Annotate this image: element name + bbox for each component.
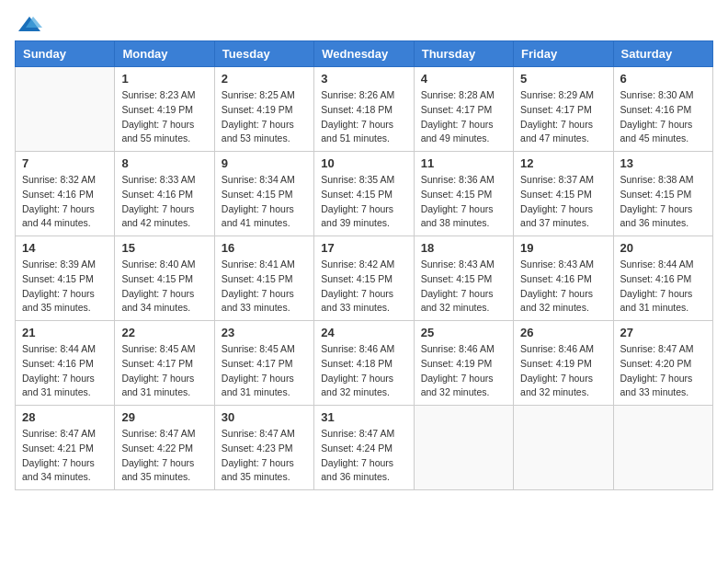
calendar-day-cell: 17Sunrise: 8:42 AM Sunset: 4:15 PM Dayli… — [314, 236, 414, 321]
calendar-week-row: 14Sunrise: 8:39 AM Sunset: 4:15 PM Dayli… — [16, 236, 713, 321]
day-detail: Sunrise: 8:28 AM Sunset: 4:17 PM Dayligh… — [421, 88, 506, 146]
calendar-day-cell: 6Sunrise: 8:30 AM Sunset: 4:16 PM Daylig… — [613, 67, 712, 152]
day-detail: Sunrise: 8:26 AM Sunset: 4:18 PM Dayligh… — [321, 88, 406, 146]
day-detail: Sunrise: 8:30 AM Sunset: 4:16 PM Dayligh… — [620, 88, 706, 146]
calendar-day-cell: 1Sunrise: 8:23 AM Sunset: 4:19 PM Daylig… — [115, 67, 214, 152]
calendar-day-cell: 2Sunrise: 8:25 AM Sunset: 4:19 PM Daylig… — [214, 67, 313, 152]
day-number: 28 — [22, 410, 108, 424]
calendar-week-row: 7Sunrise: 8:32 AM Sunset: 4:16 PM Daylig… — [16, 152, 713, 236]
calendar-day-cell — [414, 406, 513, 490]
day-number: 30 — [222, 410, 307, 424]
calendar-day-cell: 11Sunrise: 8:36 AM Sunset: 4:15 PM Dayli… — [414, 152, 513, 236]
logo-icon — [17, 15, 42, 33]
day-detail: Sunrise: 8:43 AM Sunset: 4:15 PM Dayligh… — [421, 258, 506, 316]
day-detail: Sunrise: 8:45 AM Sunset: 4:17 PM Dayligh… — [222, 342, 307, 400]
day-number: 25 — [421, 326, 506, 339]
calendar-day-cell: 18Sunrise: 8:43 AM Sunset: 4:15 PM Dayli… — [414, 236, 513, 321]
day-detail: Sunrise: 8:47 AM Sunset: 4:24 PM Dayligh… — [321, 427, 406, 485]
day-number: 26 — [520, 326, 606, 339]
calendar-day-cell: 31Sunrise: 8:47 AM Sunset: 4:24 PM Dayli… — [314, 406, 414, 490]
day-number: 20 — [620, 241, 706, 255]
day-number: 8 — [121, 156, 207, 170]
day-detail: Sunrise: 8:47 AM Sunset: 4:21 PM Dayligh… — [22, 427, 108, 485]
day-detail: Sunrise: 8:46 AM Sunset: 4:18 PM Dayligh… — [321, 342, 406, 400]
day-number: 3 — [321, 72, 406, 86]
page-header — [15, 15, 713, 33]
day-number: 10 — [321, 156, 406, 170]
day-detail: Sunrise: 8:34 AM Sunset: 4:15 PM Dayligh… — [222, 173, 307, 231]
day-detail: Sunrise: 8:40 AM Sunset: 4:15 PM Dayligh… — [121, 258, 207, 316]
calendar-day-cell — [613, 406, 712, 490]
calendar-day-cell: 3Sunrise: 8:26 AM Sunset: 4:18 PM Daylig… — [314, 67, 414, 152]
day-detail: Sunrise: 8:46 AM Sunset: 4:19 PM Dayligh… — [421, 342, 506, 400]
day-detail: Sunrise: 8:23 AM Sunset: 4:19 PM Dayligh… — [121, 88, 207, 146]
calendar-day-cell: 14Sunrise: 8:39 AM Sunset: 4:15 PM Dayli… — [16, 236, 115, 321]
day-number: 1 — [121, 72, 207, 86]
weekday-header: Saturday — [613, 41, 712, 67]
weekday-header: Monday — [115, 41, 214, 67]
day-detail: Sunrise: 8:33 AM Sunset: 4:16 PM Dayligh… — [121, 173, 207, 231]
day-number: 9 — [222, 156, 307, 170]
day-number: 22 — [121, 326, 207, 339]
day-detail: Sunrise: 8:45 AM Sunset: 4:17 PM Dayligh… — [121, 342, 207, 400]
calendar-day-cell: 26Sunrise: 8:46 AM Sunset: 4:19 PM Dayli… — [514, 321, 613, 406]
calendar-day-cell: 21Sunrise: 8:44 AM Sunset: 4:16 PM Dayli… — [16, 321, 115, 406]
day-detail: Sunrise: 8:44 AM Sunset: 4:16 PM Dayligh… — [22, 342, 108, 400]
day-detail: Sunrise: 8:47 AM Sunset: 4:20 PM Dayligh… — [620, 342, 706, 400]
day-number: 31 — [321, 410, 406, 424]
day-detail: Sunrise: 8:43 AM Sunset: 4:16 PM Dayligh… — [520, 258, 606, 316]
calendar-week-row: 28Sunrise: 8:47 AM Sunset: 4:21 PM Dayli… — [16, 406, 713, 490]
calendar-day-cell — [514, 406, 613, 490]
day-number: 2 — [222, 72, 307, 86]
calendar-table: SundayMondayTuesdayWednesdayThursdayFrid… — [15, 40, 713, 490]
calendar-day-cell — [16, 67, 115, 152]
day-number: 24 — [321, 326, 406, 339]
calendar-day-cell: 22Sunrise: 8:45 AM Sunset: 4:17 PM Dayli… — [115, 321, 214, 406]
day-number: 27 — [620, 326, 706, 339]
calendar-header-row: SundayMondayTuesdayWednesdayThursdayFrid… — [16, 41, 713, 67]
day-detail: Sunrise: 8:47 AM Sunset: 4:23 PM Dayligh… — [222, 427, 307, 485]
calendar-day-cell: 27Sunrise: 8:47 AM Sunset: 4:20 PM Dayli… — [613, 321, 712, 406]
weekday-header: Thursday — [414, 41, 513, 67]
weekday-header: Wednesday — [314, 41, 414, 67]
day-detail: Sunrise: 8:32 AM Sunset: 4:16 PM Dayligh… — [22, 173, 108, 231]
calendar-week-row: 1Sunrise: 8:23 AM Sunset: 4:19 PM Daylig… — [16, 67, 713, 152]
day-detail: Sunrise: 8:42 AM Sunset: 4:15 PM Dayligh… — [321, 258, 406, 316]
day-detail: Sunrise: 8:41 AM Sunset: 4:15 PM Dayligh… — [222, 258, 307, 316]
day-number: 11 — [421, 156, 506, 170]
day-detail: Sunrise: 8:39 AM Sunset: 4:15 PM Dayligh… — [22, 258, 108, 316]
calendar-day-cell: 10Sunrise: 8:35 AM Sunset: 4:15 PM Dayli… — [314, 152, 414, 236]
day-detail: Sunrise: 8:38 AM Sunset: 4:15 PM Dayligh… — [620, 173, 706, 231]
calendar-day-cell: 24Sunrise: 8:46 AM Sunset: 4:18 PM Dayli… — [314, 321, 414, 406]
logo — [15, 15, 42, 33]
calendar-day-cell: 8Sunrise: 8:33 AM Sunset: 4:16 PM Daylig… — [115, 152, 214, 236]
day-number: 21 — [22, 326, 108, 339]
day-number: 17 — [321, 241, 406, 255]
calendar-day-cell: 16Sunrise: 8:41 AM Sunset: 4:15 PM Dayli… — [214, 236, 313, 321]
calendar-day-cell: 29Sunrise: 8:47 AM Sunset: 4:22 PM Dayli… — [115, 406, 214, 490]
day-number: 18 — [421, 241, 506, 255]
day-number: 12 — [520, 156, 606, 170]
calendar-day-cell: 15Sunrise: 8:40 AM Sunset: 4:15 PM Dayli… — [115, 236, 214, 321]
calendar-day-cell: 9Sunrise: 8:34 AM Sunset: 4:15 PM Daylig… — [214, 152, 313, 236]
weekday-header: Tuesday — [214, 41, 313, 67]
day-detail: Sunrise: 8:44 AM Sunset: 4:16 PM Dayligh… — [620, 258, 706, 316]
day-detail: Sunrise: 8:29 AM Sunset: 4:17 PM Dayligh… — [520, 88, 606, 146]
day-detail: Sunrise: 8:35 AM Sunset: 4:15 PM Dayligh… — [321, 173, 406, 231]
day-number: 29 — [121, 410, 207, 424]
day-number: 5 — [520, 72, 606, 86]
day-detail: Sunrise: 8:25 AM Sunset: 4:19 PM Dayligh… — [222, 88, 307, 146]
calendar-day-cell: 30Sunrise: 8:47 AM Sunset: 4:23 PM Dayli… — [214, 406, 313, 490]
day-number: 6 — [620, 72, 706, 86]
calendar-day-cell: 19Sunrise: 8:43 AM Sunset: 4:16 PM Dayli… — [514, 236, 613, 321]
calendar-day-cell: 20Sunrise: 8:44 AM Sunset: 4:16 PM Dayli… — [613, 236, 712, 321]
day-detail: Sunrise: 8:37 AM Sunset: 4:15 PM Dayligh… — [520, 173, 606, 231]
day-detail: Sunrise: 8:36 AM Sunset: 4:15 PM Dayligh… — [421, 173, 506, 231]
calendar-day-cell: 5Sunrise: 8:29 AM Sunset: 4:17 PM Daylig… — [514, 67, 613, 152]
calendar-day-cell: 23Sunrise: 8:45 AM Sunset: 4:17 PM Dayli… — [214, 321, 313, 406]
day-number: 7 — [22, 156, 108, 170]
day-number: 4 — [421, 72, 506, 86]
day-number: 23 — [222, 326, 307, 339]
day-number: 14 — [22, 241, 108, 255]
calendar-week-row: 21Sunrise: 8:44 AM Sunset: 4:16 PM Dayli… — [16, 321, 713, 406]
